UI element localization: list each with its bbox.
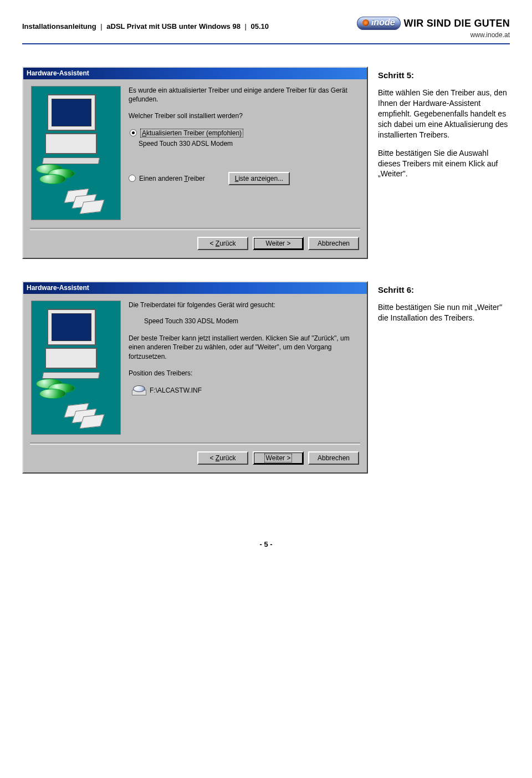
- page-number: - 5 -: [22, 540, 510, 548]
- sep2: |: [245, 22, 247, 30]
- cancel-button[interactable]: Abbrechen: [308, 237, 359, 250]
- step5-p2: Bitte bestätigen Sie die Auswahl dieses …: [378, 148, 510, 180]
- dlg6-device: Speed Touch 330 ADSL Modem: [144, 317, 359, 325]
- cancel-btn-text: Abbrechen: [318, 454, 350, 462]
- dialog5-title: Hardware-Assistent: [27, 69, 89, 77]
- cancel-btn-text: Abbrechen: [318, 240, 350, 247]
- radio-other-label: Einen anderen Treiber: [139, 175, 205, 182]
- step5-p1: Bitte wählen Sie den Treiber aus, den Ih…: [378, 88, 510, 140]
- brand-site: www.inode.at: [357, 31, 510, 39]
- dialog-step6: Hardware-Assistent: [22, 281, 368, 474]
- radio-dot-icon: [130, 129, 137, 136]
- dlg6-line1: Die Treiberdatei für folgendes Gerät wir…: [129, 301, 359, 309]
- cancel-button[interactable]: Abbrechen: [308, 451, 359, 465]
- dialog-step5: Hardware-Assistent: [22, 67, 368, 259]
- next-btn-text: Weiter >: [266, 240, 291, 247]
- radio-other-driver[interactable]: Einen anderen Treiber Liste anzeigen...: [129, 172, 359, 185]
- step6-p1: Bitte bestätigen Sie nun mit „Weiter" di…: [378, 302, 510, 323]
- cd-drive-icon: [132, 385, 145, 395]
- dlg5-line1: Es wurde ein aktualisierter Treiber und …: [129, 86, 359, 104]
- step6-row: Hardware-Assistent: [22, 281, 510, 474]
- next-btn-text: Weiter >: [264, 454, 293, 462]
- radio-updated-driver[interactable]: Aktualisierten Treiber (empfohlen): [129, 129, 359, 138]
- step5-row: Hardware-Assistent: [22, 67, 510, 259]
- doc-version: 05.10: [251, 22, 269, 30]
- driver-path: F:\ALCASTW.INF: [150, 387, 202, 394]
- dlg6-pos-label: Position des Treibers:: [129, 369, 359, 378]
- list-btn-text: Liste anzeigen...: [235, 175, 283, 182]
- dialog5-titlebar[interactable]: Hardware-Assistent: [23, 68, 367, 79]
- document-header: Installationsanleitung | aDSL Privat mit…: [22, 17, 510, 44]
- dlg6-line2: Der beste Treiber kann jetzt installiert…: [129, 334, 359, 361]
- step5-heading: Schritt 5:: [378, 70, 510, 81]
- logo-block: inode WIR SIND DIE GUTEN www.inode.at: [357, 17, 510, 39]
- brand-text: inode: [371, 18, 395, 28]
- doc-subtitle: aDSL Privat mit USB unter Windows 98: [106, 22, 241, 30]
- back-btn-text: < Zurück: [209, 454, 236, 462]
- opt1-text: ktualisierten Treiber (empfohlen): [146, 129, 242, 137]
- next-button[interactable]: Weiter >: [253, 451, 304, 465]
- dlg5-question: Welcher Treiber soll installiert werden?: [129, 111, 359, 120]
- radio-dot-icon: [129, 175, 136, 182]
- step6-heading: Schritt 6:: [378, 284, 510, 296]
- back-btn-text: < Zurück: [209, 240, 236, 247]
- dialog6-title: Hardware-Assistent: [27, 284, 89, 292]
- back-button[interactable]: < Zurück: [197, 237, 248, 250]
- driver-path-row: F:\ALCASTW.INF: [132, 385, 359, 395]
- radio-updated-label: Aktualisierten Treiber (empfohlen): [140, 129, 243, 138]
- sep1: |: [100, 22, 102, 30]
- list-button[interactable]: Liste anzeigen...: [228, 172, 290, 185]
- computer-icon: [47, 94, 99, 164]
- step5-text: Schritt 5: Bitte wählen Sie den Treiber …: [378, 67, 510, 259]
- wizard-illustration: [31, 301, 121, 435]
- computer-icon: [47, 309, 99, 379]
- dialog6-titlebar[interactable]: Hardware-Assistent: [23, 282, 367, 294]
- slogan: WIR SIND DIE GUTEN: [404, 18, 510, 29]
- logo-dot-icon: [362, 19, 369, 26]
- doc-title: Installationsanleitung: [22, 22, 96, 30]
- opt1-sub: Speed Touch 330 ADSL Modem: [139, 140, 359, 148]
- next-button[interactable]: Weiter >: [253, 237, 304, 250]
- brand-logo: inode: [357, 17, 401, 30]
- step6-text: Schritt 6: Bitte bestätigen Sie nun mit …: [378, 281, 510, 474]
- doc-title-line: Installationsanleitung | aDSL Privat mit…: [22, 17, 269, 30]
- back-button[interactable]: < Zurück: [197, 451, 248, 465]
- wizard-illustration: [31, 86, 121, 220]
